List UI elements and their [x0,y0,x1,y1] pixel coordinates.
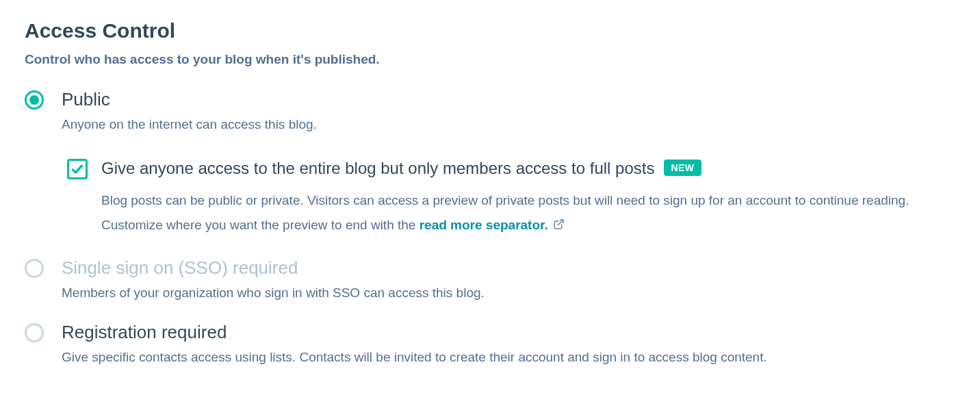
radio-sso[interactable] [25,259,44,278]
radio-public-content: Public Anyone on the internet can access… [44,89,955,238]
radio-public-label: Public [62,89,955,110]
external-link-icon [553,214,565,238]
radio-registration-label: Registration required [62,322,955,343]
checkbox-members-label: Give anyone access to the entire blog bu… [101,157,654,179]
radio-registration[interactable] [25,323,44,342]
badge-new: NEW [664,160,701,176]
radio-registration-description: Give specific contacts access using list… [62,348,955,367]
access-control-radio-group: Public Anyone on the internet can access… [25,89,955,386]
radio-registration-content: Registration required Give specific cont… [44,322,955,367]
nested-members-content: Give anyone access to the entire blog bu… [88,157,955,238]
nested-label-row: Give anyone access to the entire blog bu… [101,157,955,179]
radio-sso-description: Members of your organization who sign in… [62,284,955,303]
radio-public-description: Anyone on the internet can access this b… [62,116,955,134]
checkbox-members-access[interactable] [67,159,88,179]
page-subtitle: Control who has access to your blog when… [25,52,955,67]
radio-public[interactable] [25,90,44,110]
nested-members-description: Blog posts can be public or private. Vis… [101,188,955,238]
radio-sso-label: Single sign on (SSO) required [62,257,955,279]
svg-line-0 [558,220,563,225]
radio-option-sso: Single sign on (SSO) required Members of… [25,257,955,303]
radio-option-public: Public Anyone on the internet can access… [25,89,955,238]
check-icon [70,162,84,176]
nested-option-members: Give anyone access to the entire blog bu… [62,157,955,238]
radio-option-registration: Registration required Give specific cont… [25,322,955,367]
read-more-separator-link[interactable]: read more separator. [420,218,565,232]
radio-sso-content: Single sign on (SSO) required Members of… [44,257,955,303]
page-title: Access Control [25,19,955,42]
